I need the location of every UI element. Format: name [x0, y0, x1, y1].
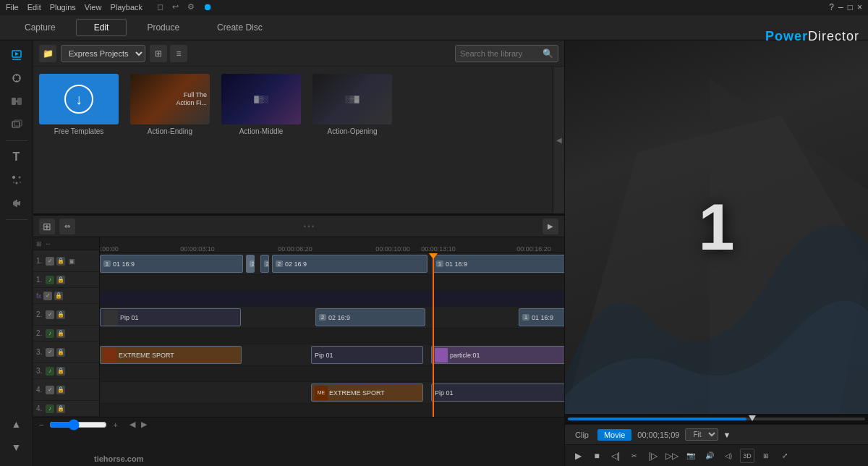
clip-4-1-label: EXTREME SPORT — [329, 389, 385, 397]
sidebar-icon-collapse-up[interactable]: ▲ — [5, 414, 28, 434]
sidebar-icon-transitions[interactable] — [5, 91, 28, 111]
trim-btn[interactable]: ✂ — [627, 449, 642, 463]
track-4-video[interactable]: ME EXTREME SPORT Pip 01 If you're going … — [100, 382, 564, 404]
tab-capture[interactable]: Capture — [7, 20, 73, 35]
track-lock-fx[interactable]: 🔒 — [54, 292, 63, 300]
toolbar-icon-record[interactable]: ⏺ — [203, 1, 213, 12]
track-3-video[interactable]: EXTREME SPORT Pip 01 particle:01 A — [100, 344, 564, 366]
frame-fwd-btn[interactable]: |▷ — [646, 449, 660, 463]
clip-1-4[interactable]: 2 02 16:9 — [272, 255, 427, 273]
library-dropdown[interactable]: Express Projects — [61, 45, 145, 62]
clip-3-1[interactable]: EXTREME SPORT — [100, 346, 242, 364]
toolbar-icon-2[interactable]: ↩ — [172, 2, 179, 12]
maximize-btn[interactable]: □ — [848, 2, 853, 12]
ctrl-tab-movie[interactable]: Movie — [597, 429, 631, 441]
template-action-opening[interactable]: ░▒▓ Action-Opening — [312, 74, 392, 135]
sidebar-icon-fx[interactable] — [5, 68, 28, 88]
fast-fwd-btn[interactable]: ▷▷ — [665, 449, 679, 463]
clip-4-1[interactable]: ME EXTREME SPORT — [311, 384, 423, 402]
clip-1-2[interactable]: 2 — [246, 255, 255, 273]
track-lock-4[interactable]: 🔒 — [56, 386, 65, 394]
nav-prev-btn[interactable]: ◀ — [129, 420, 135, 429]
minimize-btn[interactable]: – — [838, 2, 843, 12]
snapshot-btn[interactable]: 📷 — [684, 449, 698, 463]
clip-4-2[interactable]: Pip 01 — [431, 384, 564, 402]
track-1-video[interactable]: 1 01 16:9 2 2 2 02 16:9 — [100, 253, 564, 275]
ctrl-tab-clip[interactable]: Clip — [569, 430, 595, 440]
zoom-in-icon[interactable]: + — [113, 420, 117, 429]
playhead[interactable] — [433, 253, 434, 417]
play-btn[interactable]: ▶ — [571, 449, 585, 463]
tab-produce[interactable]: Produce — [129, 20, 197, 35]
sidebar-icon-media[interactable] — [5, 45, 28, 65]
track-2-video[interactable]: Pip 01 2 02 16:9 1 01 16:9 2 — [100, 307, 564, 329]
track-check-2a[interactable]: ♪ — [46, 329, 54, 338]
toolbar-icon-1[interactable]: ◻ — [157, 2, 163, 12]
clip-1-3[interactable]: 2 — [260, 255, 269, 273]
close-btn[interactable]: × — [857, 2, 862, 12]
vol-btn[interactable]: ◁) — [721, 449, 736, 463]
nav-next-btn[interactable]: ▶ — [141, 420, 147, 429]
track-check-3a[interactable]: ♪ — [46, 367, 54, 376]
clip-3-3[interactable]: particle:01 — [431, 346, 564, 364]
clip-1-5[interactable]: 1 01 16:9 — [433, 255, 564, 273]
menu-edit[interactable]: Edit — [27, 3, 41, 12]
track-check-3[interactable]: ✓ — [46, 348, 54, 357]
track-lock-1a[interactable]: 🔒 — [56, 276, 65, 284]
menu-view[interactable]: View — [85, 3, 102, 12]
sidebar-icon-audio[interactable] — [5, 193, 28, 213]
panel-collapse-btn[interactable]: ◀ — [553, 67, 564, 213]
toolbar-icon-3[interactable]: ⚙ — [187, 2, 195, 12]
clip-2-2[interactable]: 2 02 16:9 — [315, 308, 425, 326]
3d-btn[interactable]: 3D — [740, 449, 754, 463]
track-lock-2a[interactable]: 🔒 — [56, 329, 65, 338]
template-action-ending[interactable]: Full TheAction Fi... Action-Ending — [130, 74, 210, 135]
help-btn[interactable]: ? — [829, 2, 834, 12]
progress-track[interactable] — [568, 418, 865, 420]
track-check-4a[interactable]: ♪ — [46, 404, 54, 413]
tl-scrollbar-right[interactable]: ▶ — [542, 219, 558, 234]
menu-file[interactable]: File — [6, 3, 19, 12]
menu-plugins[interactable]: Plugins — [50, 3, 76, 12]
fit-dropdown-arrow[interactable]: ▼ — [723, 431, 731, 439]
library-folder-btn[interactable]: 📁 — [39, 45, 56, 62]
search-input[interactable] — [460, 49, 540, 58]
track-lock-2[interactable]: 🔒 — [56, 310, 65, 319]
menu-playback[interactable]: Playback — [110, 3, 142, 12]
track-check-1a[interactable]: ♪ — [46, 276, 54, 284]
tl-add-track-btn[interactable]: ⊞ — [39, 219, 55, 234]
tab-edit[interactable]: Edit — [76, 19, 127, 36]
clip-2-1[interactable]: Pip 01 — [100, 308, 241, 326]
track-check-fx[interactable]: ✓ — [43, 292, 52, 300]
fullscreen-btn[interactable]: ⤢ — [778, 449, 792, 463]
template-free-templates[interactable]: ↓ Free Templates — [39, 74, 119, 135]
template-action-middle[interactable]: ▓▒░ Action-Middle — [221, 74, 301, 135]
track-check-4[interactable]: ✓ — [46, 386, 54, 394]
preview-progress[interactable] — [565, 414, 868, 424]
sidebar-icon-collapse-down[interactable]: ▼ — [5, 437, 28, 457]
track-lock-3[interactable]: 🔒 — [56, 348, 65, 357]
clip-1-1[interactable]: 1 01 16:9 — [100, 255, 243, 273]
track-check-1[interactable]: ✓ — [46, 257, 54, 266]
stop-btn[interactable]: ■ — [590, 449, 604, 463]
grid-view-btn[interactable]: ⊞ — [150, 45, 167, 62]
ctrl-fit-select[interactable]: Fit — [685, 428, 718, 441]
clip-2-3[interactable]: 1 01 16:9 — [519, 308, 564, 326]
audio-btn[interactable]: 🔊 — [702, 449, 717, 463]
tab-create-disc[interactable]: Create Disc — [200, 20, 280, 35]
clip-3-2[interactable]: Pip 01 — [311, 346, 423, 364]
track-lock-3a[interactable]: 🔒 — [56, 367, 65, 376]
track-lock-4a[interactable]: 🔒 — [56, 404, 65, 413]
template-thumb-action-ending: Full TheAction Fi... — [130, 74, 210, 124]
track-check-2[interactable]: ✓ — [46, 310, 54, 319]
track-lock-1[interactable]: 🔒 — [56, 257, 65, 266]
frame-back-btn[interactable]: ◁| — [608, 449, 623, 463]
sidebar-icon-text[interactable]: T — [5, 147, 28, 167]
list-view-btn[interactable]: ≡ — [170, 45, 187, 62]
aspect-btn[interactable]: ⊞ — [759, 449, 773, 463]
sidebar-icon-particles[interactable] — [5, 170, 28, 190]
tl-snap-btn[interactable]: ⇔ — [59, 219, 75, 234]
zoom-out-icon[interactable]: − — [39, 420, 43, 429]
sidebar-icon-overlay[interactable] — [5, 114, 28, 135]
zoom-slider[interactable] — [49, 419, 107, 431]
